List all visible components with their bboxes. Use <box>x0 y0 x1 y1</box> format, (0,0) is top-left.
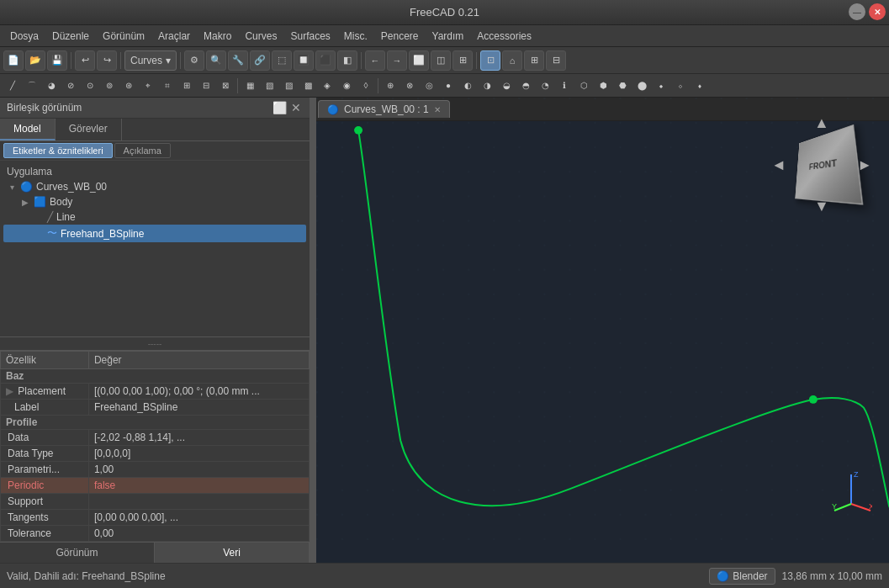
view-sel-button[interactable]: ⊟ <box>546 50 566 71</box>
close-button[interactable]: ✕ <box>869 3 886 20</box>
view-tab-gorunum[interactable]: Görünüm <box>0 543 155 563</box>
tree-item-root[interactable]: ▾ 🔵 Curves_WB_00 <box>3 179 306 194</box>
misc-tool-6[interactable]: ◑ <box>478 77 496 95</box>
nav-arrow-bottom[interactable]: ▼ <box>814 198 829 215</box>
menu-dosya[interactable]: Dosya <box>3 29 45 44</box>
tb-icon-2[interactable]: 🔍 <box>206 50 226 71</box>
prop-row-support[interactable]: Support <box>1 494 310 510</box>
curve-tool-8[interactable]: ⌖ <box>139 77 157 95</box>
prop-row-label[interactable]: Label Freehand_BSpline <box>1 400 310 416</box>
view-fit-button[interactable]: ⊞ <box>524 50 544 71</box>
menu-araclar[interactable]: Araçlar <box>151 29 197 44</box>
panel-divider[interactable]: ----- <box>0 336 310 351</box>
misc-tool-17[interactable]: ⬧ <box>691 77 709 95</box>
curve-tool-2[interactable]: ⌒ <box>23 77 41 95</box>
prop-row-periodic[interactable]: Periodic false <box>1 478 310 494</box>
misc-tool-11[interactable]: ⬡ <box>574 77 593 95</box>
misc-tool-2[interactable]: ⊗ <box>400 77 419 95</box>
tb-icon-1[interactable]: ⚙ <box>184 50 204 71</box>
surface-tool-4[interactable]: ▩ <box>299 77 317 95</box>
menu-pencere[interactable]: Pencere <box>374 29 426 44</box>
tb-icon-6[interactable]: 🔲 <box>294 50 314 71</box>
prop-row-datatype[interactable]: Data Type [0,0,0,0] <box>1 446 310 462</box>
curve-tool-3[interactable]: ◕ <box>42 77 61 95</box>
misc-tool-8[interactable]: ◓ <box>516 77 535 95</box>
tab-model[interactable]: Model <box>0 119 56 140</box>
misc-tool-14[interactable]: ⬤ <box>632 77 651 95</box>
curve-tool-5[interactable]: ⊙ <box>81 77 99 95</box>
menu-surfaces[interactable]: Surfaces <box>283 29 336 44</box>
misc-tool-9[interactable]: ◔ <box>536 77 554 95</box>
prop-row-tangents[interactable]: Tangents [0,00 0,00 0,00], ... <box>1 510 310 526</box>
tree-item-freehand[interactable]: 〜 Freehand_BSpline <box>3 225 306 242</box>
menu-makro[interactable]: Makro <box>197 29 238 44</box>
blender-button[interactable]: 🔵 Blender <box>709 568 775 585</box>
curve-tool-12[interactable]: ⊠ <box>216 77 235 95</box>
tb-icon-9[interactable]: ← <box>365 50 385 71</box>
misc-tool-4[interactable]: ● <box>439 77 458 95</box>
nav-arrow-right[interactable]: ► <box>857 156 872 174</box>
view-tab-veri[interactable]: Veri <box>155 543 310 563</box>
menu-curves[interactable]: Curves <box>238 29 283 44</box>
save-button[interactable]: 💾 <box>47 50 67 71</box>
surface-tool-2[interactable]: ▧ <box>260 77 278 95</box>
curve-tool-7[interactable]: ⊛ <box>119 77 138 95</box>
open-file-button[interactable]: 📂 <box>25 50 45 71</box>
tb-icon-5[interactable]: ⬚ <box>272 50 292 71</box>
tb-icon-7[interactable]: ⬛ <box>315 50 336 71</box>
view-home-button[interactable]: ⌂ <box>502 50 522 71</box>
prop-row-tolerance[interactable]: Tolerance 0,00 <box>1 526 310 542</box>
misc-tool-12[interactable]: ⬢ <box>594 77 612 95</box>
curve-tool-1[interactable]: ╱ <box>3 77 22 95</box>
view-isometric-button[interactable]: ⊡ <box>480 50 500 71</box>
panel-close-button[interactable]: ✕ <box>289 101 303 114</box>
misc-tool-3[interactable]: ◎ <box>420 77 438 95</box>
curve-tool-9[interactable]: ⌗ <box>158 77 177 95</box>
tree-item-body[interactable]: ▶ 🟦 Body <box>3 194 306 209</box>
tb-icon-3[interactable]: 🔧 <box>228 50 248 71</box>
nav-arrow-left[interactable]: ◄ <box>771 156 786 174</box>
prop-row-parametri[interactable]: Parametri... 1,00 <box>1 462 310 478</box>
undo-button[interactable]: ↩ <box>75 50 95 71</box>
misc-tool-5[interactable]: ◐ <box>458 77 477 95</box>
menu-accessories[interactable]: Accessories <box>470 29 538 44</box>
menu-gorunum[interactable]: Görünüm <box>96 29 151 44</box>
tb-icon-12[interactable]: ◫ <box>431 50 451 71</box>
prop-row-placement[interactable]: ▶ Placement [(0,00 0,00 1,00); 0,00 °; (… <box>1 384 310 400</box>
tab-tasks[interactable]: Görevler <box>56 119 122 140</box>
curve-tool-10[interactable]: ⊞ <box>177 77 196 95</box>
panel-expand-button[interactable]: ⬜ <box>273 101 286 114</box>
redo-button[interactable]: ↪ <box>97 50 117 71</box>
surface-tool-3[interactable]: ▨ <box>279 77 298 95</box>
misc-tool-1[interactable]: ⊕ <box>381 77 400 95</box>
menu-yardim[interactable]: Yardım <box>426 29 471 44</box>
tb-icon-11[interactable]: ⬜ <box>409 50 429 71</box>
misc-tool-10[interactable]: ℹ <box>555 77 574 95</box>
surface-tool-6[interactable]: ◉ <box>337 77 356 95</box>
sub-tab-labels[interactable]: Etiketler & öznitelikleri <box>3 143 113 158</box>
tb-icon-8[interactable]: ◧ <box>337 50 357 71</box>
surface-tool-7[interactable]: ◊ <box>357 77 375 95</box>
nav-arrow-top[interactable]: ▲ <box>814 114 829 132</box>
3d-viewport[interactable]: 🔵 Curves_WB_00 : 1 ✕ <box>316 98 889 563</box>
misc-tool-13[interactable]: ⬣ <box>613 77 632 95</box>
sub-tab-description[interactable]: Açıklama <box>114 143 171 158</box>
surface-tool-5[interactable]: ◈ <box>318 77 336 95</box>
menu-misc[interactable]: Misc. <box>337 29 374 44</box>
surface-tool-1[interactable]: ▦ <box>241 77 259 95</box>
nav-cube-face[interactable]: FRONT <box>795 124 863 205</box>
tb-icon-13[interactable]: ⊞ <box>452 50 473 71</box>
curve-tool-4[interactable]: ⊘ <box>61 77 80 95</box>
menu-duzenle[interactable]: Düzenle <box>45 29 96 44</box>
workbench-selector[interactable]: Curves ▾ <box>124 50 177 71</box>
misc-tool-7[interactable]: ◒ <box>497 77 516 95</box>
minimize-button[interactable]: — <box>849 3 865 20</box>
tb-icon-4[interactable]: 🔗 <box>250 50 270 71</box>
misc-tool-16[interactable]: ⬦ <box>671 77 690 95</box>
tb-icon-10[interactable]: → <box>387 50 407 71</box>
misc-tool-15[interactable]: ⬥ <box>652 77 670 95</box>
curve-tool-11[interactable]: ⊟ <box>197 77 215 95</box>
curve-tool-6[interactable]: ⊚ <box>100 77 119 95</box>
new-file-button[interactable]: 📄 <box>3 50 24 71</box>
tree-item-line[interactable]: ╱ Line <box>3 209 306 225</box>
